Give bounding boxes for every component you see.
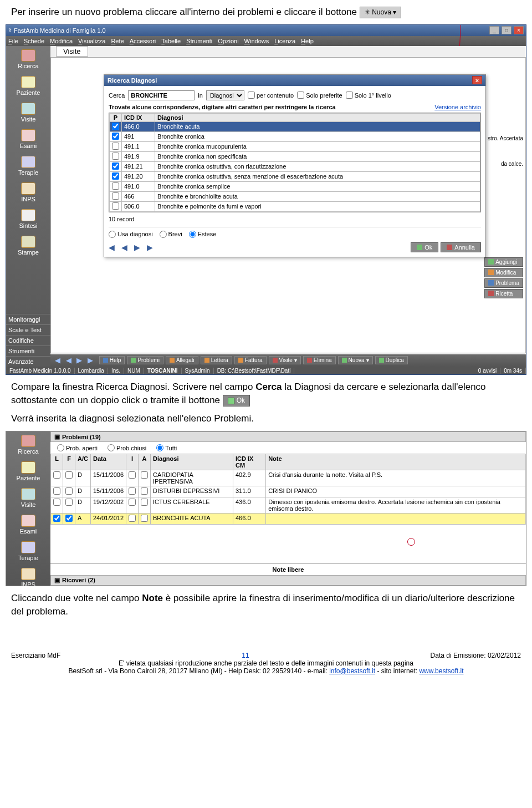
radio-tutti[interactable] — [156, 444, 163, 451]
chk-f[interactable] — [65, 487, 73, 495]
diag-row[interactable]: 491.1Bronchite cronica mucopurulenta — [110, 141, 480, 151]
chk-i[interactable] — [129, 515, 136, 522]
sidebar2-item-visite[interactable]: Visite — [6, 485, 50, 511]
note-cell[interactable] — [266, 514, 526, 525]
pref-checkbox[interactable] — [112, 133, 119, 140]
note-cell[interactable]: Dimesso con ipostenia emisoma destro. Ac… — [266, 497, 526, 514]
tb-lettera[interactable]: Lettera — [201, 356, 232, 364]
problemi-header[interactable]: ▣Problemi (19) — [50, 431, 526, 442]
sidebar2-item-ricerca[interactable]: Ricerca — [6, 431, 50, 458]
menu-visualizza[interactable]: Visualizza — [78, 38, 105, 44]
tb-fattura[interactable]: Fattura — [234, 356, 267, 364]
diag-row[interactable]: 491.20Bronchite cronica ostruttiva, senz… — [110, 171, 480, 181]
rbtn-modifica[interactable]: Modifica — [484, 268, 523, 277]
chk-l[interactable] — [53, 499, 60, 506]
radio-aperti[interactable] — [57, 444, 64, 451]
menu-windows[interactable]: Windows — [244, 38, 269, 44]
sidebar-item-sintesi[interactable]: Sintesi — [6, 206, 50, 232]
dialog-close-icon[interactable]: × — [472, 76, 482, 84]
tb-duplica[interactable]: Duplica — [375, 356, 408, 364]
footer-email[interactable]: info@bestsoft.it — [329, 667, 375, 675]
chk-contenuto[interactable] — [248, 92, 255, 99]
menu-file[interactable]: File — [8, 38, 18, 44]
pref-checkbox[interactable] — [112, 192, 119, 200]
sidebar-item-ricerca[interactable]: Ricerca — [6, 46, 50, 73]
chk-preferite[interactable] — [297, 92, 304, 99]
sidebar-item-esami[interactable]: Esami — [6, 126, 50, 153]
chk-l[interactable] — [53, 515, 60, 522]
sidebar-btn-codifiche[interactable]: Codifiche — [6, 335, 50, 345]
radio-brevi[interactable] — [160, 231, 167, 238]
cerca-input[interactable] — [128, 90, 195, 100]
diag-row[interactable]: 490Bronchite, non specificata se acuta o… — [110, 211, 480, 212]
radio-usa[interactable] — [109, 231, 116, 238]
tb-elimina[interactable]: Elimina — [303, 356, 336, 364]
rbtn-problema[interactable]: Problema — [484, 278, 523, 288]
in-select[interactable]: Diagnosi — [206, 90, 244, 100]
pref-checkbox[interactable] — [112, 123, 119, 130]
sidebar-item-paziente[interactable]: Paziente — [6, 73, 50, 99]
pref-checkbox[interactable] — [112, 202, 119, 210]
ok-button[interactable]: Ok — [411, 242, 438, 252]
tb-nuova[interactable]: Nuova ▾ — [338, 356, 373, 364]
radio-estese[interactable] — [189, 231, 196, 238]
note-cell[interactable]: Crisi d'ansia durante la notte. Visita a… — [266, 470, 526, 486]
pref-checkbox[interactable] — [112, 162, 119, 170]
pref-checkbox[interactable] — [112, 153, 119, 160]
sidebar2-item-esami[interactable]: Esami — [6, 511, 50, 538]
prob-row[interactable]: D19/12/2002ICTUS CEREBRALE436.0Dimesso c… — [51, 497, 526, 514]
prob-row[interactable]: A24/01/2012BRONCHITE ACUTA466.0 — [51, 514, 526, 525]
diag-row[interactable]: 506.0Bronchite e polmonite da fumi e vap… — [110, 201, 480, 211]
footer-site[interactable]: www.bestsoft.it — [419, 667, 463, 675]
diag-row[interactable]: 466Bronchite e bronchiolite acuta — [110, 191, 480, 201]
menu-strumenti[interactable]: Strumenti — [186, 38, 212, 44]
diag-row[interactable]: 466.0Bronchite acuta — [110, 121, 480, 131]
sidebar2-item-paziente[interactable]: Paziente — [6, 458, 50, 485]
tb-help[interactable]: Help — [99, 356, 125, 364]
chk-a[interactable] — [141, 487, 148, 495]
menu-opzioni[interactable]: Opzioni — [218, 38, 238, 44]
versione-archivio-link[interactable]: Versione archivio — [434, 104, 481, 110]
annulla-button[interactable]: Annulla — [441, 242, 481, 252]
sidebar-item-stampe[interactable]: Stampe — [6, 232, 50, 259]
sidebar-btn-scale-e-test[interactable]: Scale e Test — [6, 324, 50, 335]
diag-row[interactable]: 491Bronchite cronica — [110, 131, 480, 141]
chk-a[interactable] — [141, 471, 148, 479]
menu-tabelle[interactable]: Tabelle — [161, 38, 181, 44]
chk-a[interactable] — [141, 499, 148, 506]
sidebar-item-visite[interactable]: Visite — [6, 99, 50, 126]
close-button[interactable]: × — [514, 26, 524, 34]
chk-f[interactable] — [65, 515, 73, 522]
chk-i[interactable] — [129, 499, 136, 506]
pref-checkbox[interactable] — [112, 143, 119, 150]
chk-i[interactable] — [129, 487, 136, 495]
nav-arrows[interactable]: ◀ ◀ ▶ ▶ — [109, 243, 155, 252]
diag-row[interactable]: 491.9Bronchite cronica non specificata — [110, 151, 480, 161]
tab-visite[interactable]: Visite — [56, 46, 88, 57]
prob-row[interactable]: D15/11/2006CARDIOPATIA IPERTENSIVA402.9C… — [51, 470, 526, 486]
rbtn-aggiungi[interactable]: Aggiungi — [484, 257, 523, 267]
sidebar-btn-monitoraggi[interactable]: Monitoraggi — [6, 314, 50, 324]
sidebar2-item-terapie[interactable]: Terapie — [6, 538, 50, 565]
note-cell[interactable]: CRISI DI PANICO — [266, 486, 526, 497]
chk-l[interactable] — [53, 471, 60, 479]
rbtn-ricetta[interactable]: Ricetta — [484, 289, 523, 298]
menu-accessori[interactable]: Accessori — [130, 38, 156, 44]
prob-row[interactable]: D15/11/2006DISTURBI DEPRESSIVI311.0CRISI… — [51, 486, 526, 497]
chk-primo[interactable] — [346, 92, 353, 99]
chk-a[interactable] — [141, 515, 148, 522]
chk-f[interactable] — [65, 471, 73, 479]
menu-licenza[interactable]: Licenza — [274, 38, 295, 44]
menu-schede[interactable]: Schede — [24, 38, 44, 44]
diag-row[interactable]: 491.0Bronchite cronica semplice — [110, 181, 480, 191]
toolbar-nav[interactable]: ◀ ◀ ▶ ▶ — [53, 356, 97, 364]
chk-l[interactable] — [53, 487, 60, 495]
sidebar-btn-avanzate[interactable]: Avanzate — [6, 356, 50, 367]
chk-i[interactable] — [129, 471, 136, 479]
menu-modifica[interactable]: Modifica — [50, 38, 73, 44]
sidebar-item-inps[interactable]: INPS — [6, 179, 50, 206]
pref-checkbox[interactable] — [112, 172, 119, 180]
sidebar-item-terapie[interactable]: Terapie — [6, 153, 50, 179]
tb-problemi[interactable]: Problemi — [127, 356, 163, 364]
maximize-button[interactable]: □ — [502, 26, 511, 34]
